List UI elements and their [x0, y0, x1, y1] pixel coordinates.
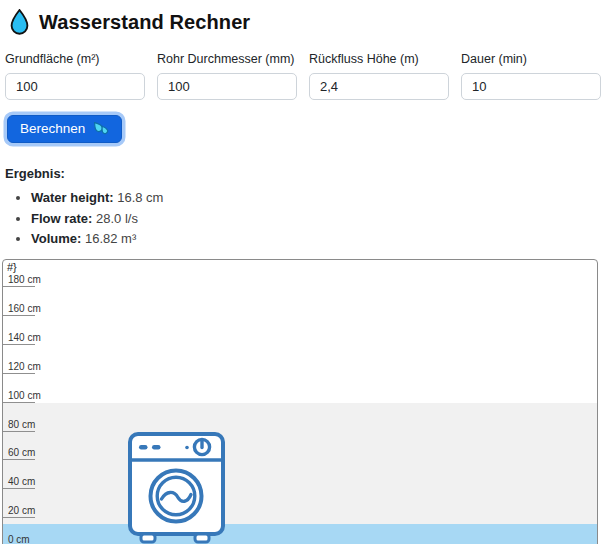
calculate-button-label: Berechnen	[20, 121, 85, 136]
washing-machine-icon	[128, 432, 226, 544]
rueckfluss-hoehe-label: Rückfluss Höhe (m)	[309, 52, 461, 66]
results-section: Ergebnis: Water height: 16.8 cm Flow rat…	[5, 166, 598, 246]
field-rueckfluss-hoehe: Rückfluss Höhe (m)	[309, 52, 461, 100]
result-water-height: Water height: 16.8 cm	[31, 190, 598, 205]
calculate-button[interactable]: Berechnen	[7, 115, 122, 143]
scale-tick-20: 20 cm	[3, 505, 35, 518]
field-dauer: Dauer (min)	[461, 52, 605, 100]
field-rohr-durchmesser: Rohr Durchmesser (mm)	[157, 52, 309, 100]
rueckfluss-hoehe-input[interactable]	[309, 73, 449, 100]
water-droplet-icon	[9, 9, 30, 36]
input-form: Grundfläche (m²) Rohr Durchmesser (mm) R…	[5, 52, 598, 100]
app-header: Wasserstand Rechner	[9, 7, 598, 37]
rohr-durchmesser-input[interactable]	[157, 73, 297, 100]
water-level-visualization: #} 180 cm 160 cm 140 cm 120 cm 100 cm 80…	[2, 259, 598, 544]
scale-tick-120: 120 cm	[3, 361, 35, 374]
scale-tick-80: 80 cm	[3, 419, 35, 432]
results-heading: Ergebnis:	[5, 166, 598, 181]
stray-template-text: #}	[7, 261, 17, 273]
grundflaeche-label: Grundfläche (m²)	[5, 52, 157, 66]
splash-droplets-icon	[92, 121, 109, 136]
dauer-label: Dauer (min)	[461, 52, 605, 66]
grundflaeche-input[interactable]	[5, 73, 145, 100]
results-list: Water height: 16.8 cm Flow rate: 28.0 l/…	[5, 190, 598, 246]
result-volume: Volume: 16.82 m³	[31, 231, 598, 246]
water-level-band	[3, 524, 597, 544]
scale-tick-140: 140 cm	[3, 332, 35, 345]
scale-tick-60: 60 cm	[3, 447, 35, 460]
scale-tick-40: 40 cm	[3, 476, 35, 489]
rohr-durchmesser-label: Rohr Durchmesser (mm)	[157, 52, 309, 66]
gray-zone	[3, 403, 597, 544]
scale-tick-160: 160 cm	[3, 303, 35, 316]
page-title: Wasserstand Rechner	[39, 11, 250, 34]
page: Wasserstand Rechner Grundfläche (m²) Roh…	[0, 0, 605, 544]
field-grundflaeche: Grundfläche (m²)	[5, 52, 157, 100]
dauer-input[interactable]	[461, 73, 601, 100]
scale-tick-0: 0 cm	[3, 534, 35, 544]
scale-tick-100: 100 cm	[3, 390, 35, 403]
scale-tick-180: 180 cm	[3, 274, 35, 287]
result-flow-rate: Flow rate: 28.0 l/s	[31, 211, 598, 226]
